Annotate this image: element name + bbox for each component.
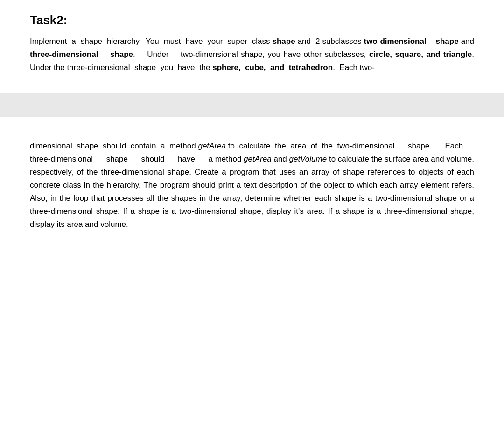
task-title: Task2: [30, 13, 474, 28]
bottom-paragraph: dimensional shape should contain a metho… [30, 140, 474, 231]
divider [0, 93, 504, 117]
bottom-section: dimensional shape should contain a metho… [0, 117, 504, 259]
page-container: Task2: Implement a shape hierarchy. You … [0, 0, 504, 444]
top-paragraph: Implement a shape hierarchy. You must ha… [30, 35, 474, 74]
top-section: Task2: Implement a shape hierarchy. You … [0, 0, 504, 93]
